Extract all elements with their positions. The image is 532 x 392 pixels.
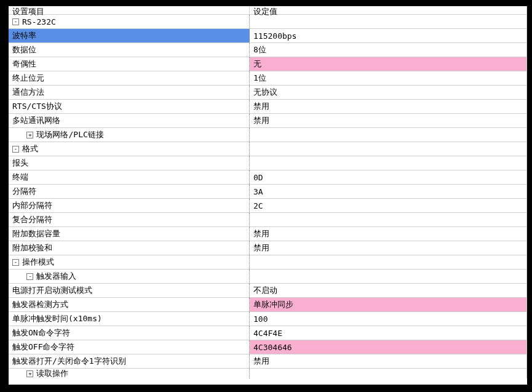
item-delimiter[interactable]: 分隔符 3A xyxy=(9,185,527,199)
item-databits[interactable]: 数据位 8位 xyxy=(9,43,527,57)
header-value: 设定值 xyxy=(250,6,527,14)
group-value xyxy=(250,15,527,28)
group-label: RS-232C xyxy=(22,17,56,26)
subgroup-label: 读取操作 xyxy=(36,368,68,379)
expand-icon[interactable]: + xyxy=(26,370,33,377)
group-label: 操作模式 xyxy=(22,257,54,268)
group-fieldnet[interactable]: +现场网络/PLC链接 xyxy=(9,128,527,142)
group-label: 现场网络/PLC链接 xyxy=(36,129,103,140)
item-appenddata[interactable]: 附加数据容量 禁用 xyxy=(9,227,527,241)
item-commmethod[interactable]: 通信方法 无协议 xyxy=(9,86,527,100)
item-pulsetime[interactable]: 单脉冲触发时间(x10ms) 100 xyxy=(9,312,527,326)
item-rtscts[interactable]: RTS/CTS协议 禁用 xyxy=(9,100,527,114)
item-trigdet[interactable]: 触发器检测方式 单脉冲同步 xyxy=(9,298,527,312)
item-baud[interactable]: 波特率 115200bps xyxy=(9,29,527,43)
collapse-icon[interactable]: - xyxy=(12,259,19,266)
item-multistation[interactable]: 多站通讯网络 禁用 xyxy=(9,114,527,128)
group-rs232c[interactable]: -RS-232C xyxy=(9,15,527,29)
item-composite[interactable]: 复合分隔符 xyxy=(9,213,527,227)
group-label: 格式 xyxy=(22,143,38,154)
item-appendcrc[interactable]: 附加校验和 禁用 xyxy=(9,241,527,255)
collapse-icon[interactable]: - xyxy=(12,146,19,153)
header-name: 设置项目 xyxy=(9,6,250,14)
subgroup-trigin[interactable]: -触发器输入 xyxy=(9,270,527,284)
item-terminator[interactable]: 终端 0D xyxy=(9,170,527,185)
collapse-icon[interactable]: - xyxy=(26,273,33,280)
item-parity[interactable]: 奇偶性 无 xyxy=(9,57,527,71)
item-stopbits[interactable]: 终止位元 1位 xyxy=(9,71,527,86)
item-trigoff[interactable]: 触发OFF命令字符 4C304646 xyxy=(9,340,527,354)
settings-tree: 设置项目 设定值 -RS-232C 波特率 115200bps 数据位 8位 奇… xyxy=(9,6,527,385)
collapse-icon[interactable]: - xyxy=(12,18,19,25)
item-header[interactable]: 报头 xyxy=(9,156,527,170)
group-format[interactable]: -格式 xyxy=(9,142,527,156)
item-trigon[interactable]: 触发ON命令字符 4C4F4E xyxy=(9,326,527,340)
expand-icon[interactable]: + xyxy=(26,132,33,138)
item-powertest[interactable]: 电源打开启动测试模式 不启动 xyxy=(9,284,527,298)
header-row: 设置项目 设定值 xyxy=(9,6,527,15)
item-trig1char[interactable]: 触发器打开/关闭命令1字符识别 禁用 xyxy=(9,354,527,369)
subgroup-label: 触发器输入 xyxy=(36,271,76,282)
group-opmode[interactable]: -操作模式 xyxy=(9,255,527,270)
subgroup-readop[interactable]: +读取操作 xyxy=(9,369,527,378)
item-innerdel[interactable]: 内部分隔符 2C xyxy=(9,199,527,213)
